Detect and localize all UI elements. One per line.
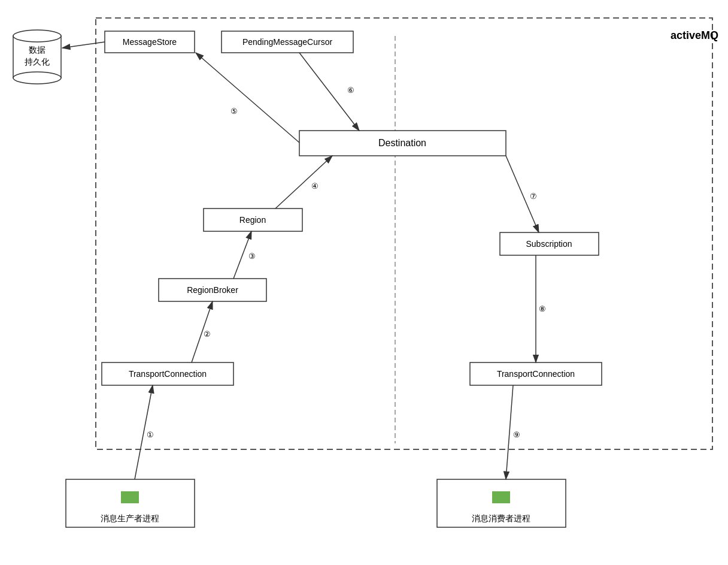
step2-label: ②: [204, 330, 211, 339]
datastore-label1: 数据: [29, 45, 46, 55]
transport-conn1-label: TransportConnection: [129, 369, 207, 379]
datastore-label2: 持久化: [25, 57, 50, 67]
datastore-bottom: [13, 72, 61, 84]
pendingcursor-label: PendingMessageCursor: [242, 37, 333, 47]
subscription-label: Subscription: [526, 239, 572, 249]
arrow-5: [196, 53, 299, 143]
arrow-to-datastore: [62, 42, 105, 48]
diagram: activeMQ 数据 持久化 MessageStore PendingMess…: [0, 0, 728, 565]
step3-label: ③: [248, 252, 256, 261]
producer-green: [121, 491, 139, 503]
messagestore-label: MessageStore: [123, 37, 177, 47]
step4-label: ④: [311, 182, 318, 191]
arrow-4: [275, 156, 332, 209]
consumer-label: 消息消费者进程: [472, 513, 530, 523]
step5-label: ⑤: [230, 107, 238, 116]
step6-label: ⑥: [347, 86, 354, 95]
arrow-9: [506, 385, 513, 479]
producer-label: 消息生产者进程: [101, 513, 159, 523]
regionbroker-label: RegionBroker: [187, 285, 238, 295]
activemq-label: activeMQ: [671, 29, 718, 41]
step8-label: ⑧: [539, 304, 546, 313]
step9-label: ⑨: [513, 430, 520, 439]
transport-conn2-label: TransportConnection: [497, 369, 575, 379]
region-label: Region: [239, 215, 266, 225]
consumer-green: [492, 491, 510, 503]
step7-label: ⑦: [530, 192, 537, 201]
step1-label: ①: [147, 430, 154, 439]
destination-label: Destination: [378, 138, 426, 148]
datastore-top: [13, 30, 61, 42]
